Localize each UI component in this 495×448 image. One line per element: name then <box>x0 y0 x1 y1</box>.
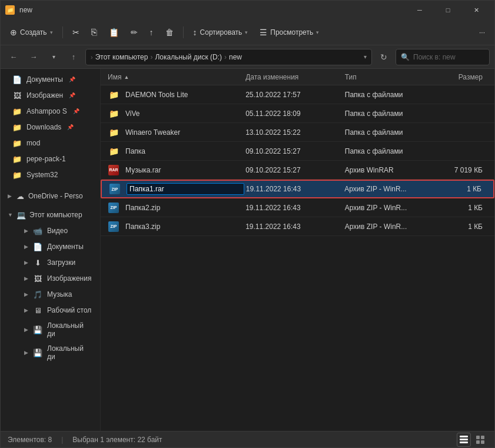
create-button[interactable]: ⊕ Создать ▾ <box>5 25 58 40</box>
column-type[interactable]: Тип <box>345 73 428 81</box>
breadcrumb-part-3[interactable]: new <box>229 53 242 61</box>
system32-icon: 📁 <box>12 170 22 180</box>
table-row[interactable]: 📁 Папка 09.10.2022 15:27 Папка с файлами <box>101 142 494 161</box>
back-button[interactable]: ← <box>5 49 22 65</box>
pin-icon: 📌 <box>73 108 79 114</box>
breadcrumb-part-2[interactable]: Локальный диск (D:) <box>155 53 222 61</box>
title-bar: 📁 new ─ □ ✕ <box>1 1 494 19</box>
sidebar-item-music[interactable]: ▶ 🎵 Музыка <box>8 287 98 302</box>
sidebar-item-downloads[interactable]: 📁 Downloads 📌 <box>3 120 98 135</box>
svg-rect-0 <box>460 436 468 437</box>
table-row[interactable]: 📁 Winaero Tweaker 13.10.2022 15:22 Папка… <box>101 123 494 142</box>
computer-icon: 💻 <box>16 210 26 220</box>
toolbar-separator-2 <box>183 26 184 38</box>
search-placeholder: Поиск в: new <box>413 53 456 61</box>
breadcrumb-sep-2: › <box>224 53 227 61</box>
sidebar-item-label: Локальный ди <box>47 321 92 338</box>
sidebar-item-ashampoo[interactable]: 📁 Ashampoo S 📌 <box>3 104 98 119</box>
chevron-right-icon: ▶ <box>8 193 12 199</box>
sidebar-item-downloads2[interactable]: ▶ ⬇ Загрузки <box>8 255 98 270</box>
sidebar-item-local1[interactable]: ▶ 💾 Локальный ди <box>8 318 98 341</box>
table-row[interactable]: ZIP 19.11.2022 16:43 Архив ZIP - WinR...… <box>101 180 494 198</box>
selected-info: Выбран 1 элемент: 22 байт <box>72 436 162 444</box>
sidebar-item-label: Downloads <box>26 123 61 131</box>
sidebar-item-thispc[interactable]: ▼ 💻 Этот компьютер <box>3 207 98 223</box>
file-type: Архив ZIP - WinR... <box>345 223 428 231</box>
file-name: Музыка.rar <box>125 166 161 174</box>
sidebar-item-documents[interactable]: 📄 Документы 📌 <box>3 72 98 87</box>
status-separator: | <box>61 436 63 444</box>
copy-icon: ⎘ <box>91 27 97 38</box>
rename-button[interactable]: ✏ <box>126 25 142 40</box>
file-name: Папка3.zip <box>125 223 160 231</box>
rename-input[interactable] <box>127 183 244 195</box>
pin-icon: 📌 <box>69 92 75 98</box>
table-row[interactable]: RAR Музыка.rar 09.10.2022 15:27 Архив Wi… <box>101 161 494 180</box>
share-button[interactable]: ↑ <box>145 25 158 40</box>
refresh-button[interactable]: ↻ <box>376 49 392 65</box>
video-icon: 📹 <box>33 226 42 235</box>
column-date[interactable]: Дата изменения <box>245 73 345 81</box>
breadcrumb-arrow-1: › <box>91 54 93 61</box>
file-list: 📁 DAEMON Tools Lite 25.10.2022 17:57 Пап… <box>101 85 494 431</box>
file-type: Папка с файлами <box>345 91 428 99</box>
search-box[interactable]: 🔍 Поиск в: new <box>396 49 490 65</box>
sidebar-item-mod[interactable]: 📁 mod <box>3 135 98 151</box>
delete-button[interactable]: 🗑 <box>161 25 178 40</box>
sidebar-item-docs2[interactable]: ▶ 📄 Документы <box>8 239 98 254</box>
sidebar-item-images[interactable]: 🖼 Изображен 📌 <box>3 88 98 103</box>
sidebar-item-video[interactable]: ▶ 📹 Видео <box>8 223 98 238</box>
view-button[interactable]: ☰ Просмотреть ▾ <box>255 25 324 40</box>
table-row[interactable]: ZIP Папка3.zip 19.11.2022 16:43 Архив ZI… <box>101 217 494 236</box>
sidebar-item-label: pepe-pack-1 <box>26 155 66 163</box>
sidebar: 📄 Документы 📌 🖼 Изображен 📌 📁 Ashampoo S… <box>1 69 101 431</box>
recent-button[interactable]: ▾ <box>45 49 62 65</box>
images2-icon: 🖼 <box>33 274 42 283</box>
sidebar-item-label: Изображен <box>26 91 63 99</box>
forward-button[interactable]: → <box>25 49 42 65</box>
breadcrumb-part-1[interactable]: Этот компьютер <box>95 53 148 61</box>
file-name-col: 📁 Winaero Tweaker <box>108 127 245 138</box>
chevron-down-icon: ▼ <box>8 212 13 218</box>
table-row[interactable]: 📁 DAEMON Tools Lite 25.10.2022 17:57 Пап… <box>101 85 494 104</box>
table-row[interactable]: 📁 ViVe 05.11.2022 18:09 Папка с файлами <box>101 104 494 123</box>
chevron-right-icon: ▶ <box>24 350 28 356</box>
column-size[interactable]: Размер <box>427 73 487 81</box>
view-label: Просмотреть <box>270 28 313 36</box>
file-size: 1 КБ <box>427 204 487 212</box>
file-date: 09.10.2022 15:27 <box>245 166 345 174</box>
sidebar-item-desktop[interactable]: ▶ 🖥 Рабочий стол <box>8 303 98 318</box>
downloads2-icon: ⬇ <box>33 258 42 267</box>
sidebar-item-local2[interactable]: ▶ 💾 Локальный ди <box>8 341 98 364</box>
close-button[interactable]: ✕ <box>463 1 490 19</box>
more-button[interactable]: ··· <box>474 25 490 39</box>
zip-icon-img: ZIP <box>108 221 119 232</box>
folder-icon: 📁 <box>108 127 119 138</box>
images-icon: 🖼 <box>12 91 22 100</box>
grid-view-button[interactable] <box>473 433 487 447</box>
sidebar-item-onedrive[interactable]: ▶ ☁ OneDrive - Perso <box>3 188 98 204</box>
view-icon: ☰ <box>260 28 267 37</box>
sidebar-item-system32[interactable]: 📁 System32 <box>3 167 98 182</box>
sidebar-item-label: Документы <box>47 243 84 251</box>
table-row[interactable]: ZIP Папка2.zip 19.11.2022 16:43 Архив ZI… <box>101 198 494 217</box>
cut-button[interactable]: ✂ <box>68 25 84 40</box>
file-date: 09.10.2022 15:27 <box>245 147 345 155</box>
sidebar-item-label: Музыка <box>47 290 72 298</box>
file-area: Имя ▲ Дата изменения Тип Размер 📁 <box>101 69 494 431</box>
minimize-button[interactable]: ─ <box>406 1 433 19</box>
view-chevron-icon: ▾ <box>316 29 319 35</box>
paste-button[interactable]: 📋 <box>104 25 124 40</box>
breadcrumb[interactable]: › Этот компьютер › Локальный диск (D:) ›… <box>85 49 372 65</box>
maximize-button[interactable]: □ <box>434 1 461 19</box>
list-view-button[interactable] <box>457 433 471 447</box>
breadcrumb-dropdown-icon[interactable]: ▾ <box>364 54 367 60</box>
sort-arrow-icon: ▲ <box>124 74 129 80</box>
file-type: Архив ZIP - WinR... <box>344 185 427 193</box>
column-name[interactable]: Имя ▲ <box>108 73 245 81</box>
sidebar-item-images2[interactable]: ▶ 🖼 Изображения <box>8 271 98 286</box>
sidebar-item-pepe[interactable]: 📁 pepe-pack-1 <box>3 151 98 167</box>
copy-button[interactable]: ⎘ <box>87 24 102 41</box>
sort-button[interactable]: ↕ Сортировать ▾ <box>188 25 253 40</box>
up-button[interactable]: ↑ <box>65 49 82 65</box>
